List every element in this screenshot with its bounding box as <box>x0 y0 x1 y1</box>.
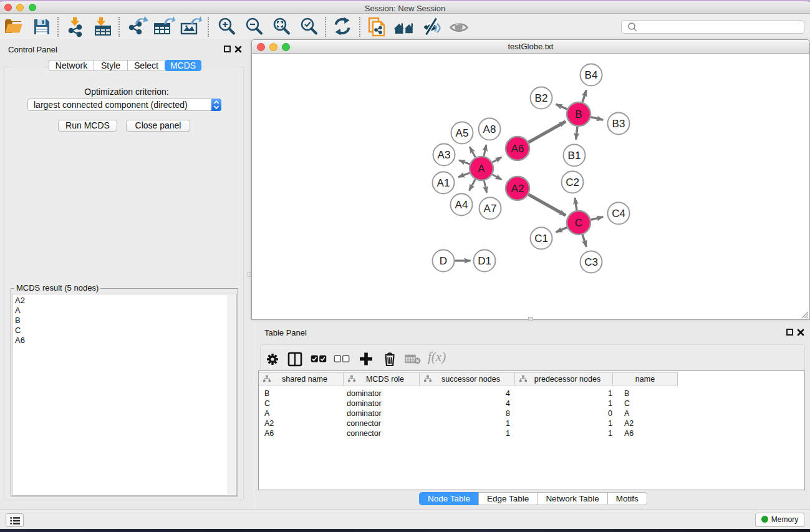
svg-text:C4: C4 <box>612 208 625 220</box>
svg-text:C2: C2 <box>566 177 579 188</box>
svg-text:D1: D1 <box>478 255 491 267</box>
svg-text:C1: C1 <box>534 233 548 244</box>
svg-text:A7: A7 <box>484 203 497 215</box>
svg-text:A3: A3 <box>438 149 451 161</box>
svg-text:B3: B3 <box>612 118 625 130</box>
svg-text:A8: A8 <box>483 123 496 135</box>
svg-text:A6: A6 <box>511 143 524 155</box>
svg-text:C3: C3 <box>584 256 598 268</box>
svg-text:C: C <box>575 217 582 229</box>
svg-text:A5: A5 <box>456 127 469 139</box>
svg-text:A4: A4 <box>455 199 468 211</box>
svg-text:A1: A1 <box>437 177 450 189</box>
svg-text:B2: B2 <box>535 92 548 104</box>
svg-text:A2: A2 <box>511 183 524 195</box>
svg-text:B4: B4 <box>585 69 598 81</box>
svg-text:D: D <box>440 255 447 267</box>
svg-text:B1: B1 <box>568 150 581 162</box>
svg-text:A: A <box>478 163 485 175</box>
svg-text:B: B <box>575 109 582 120</box>
